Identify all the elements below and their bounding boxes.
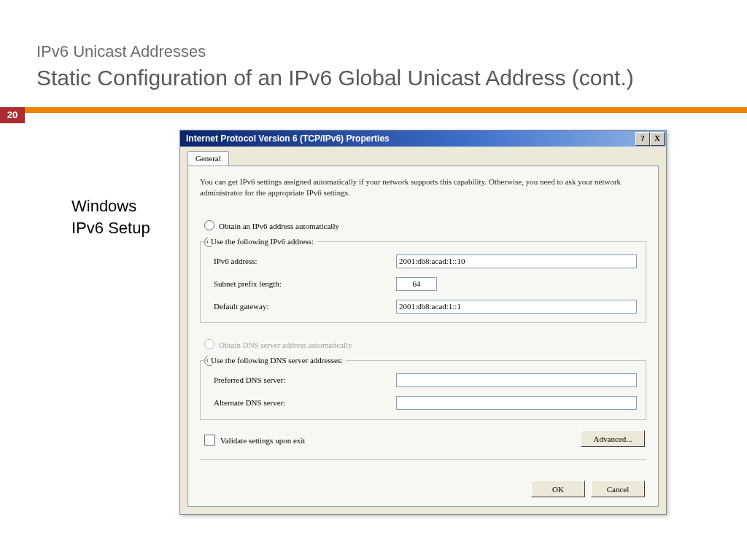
close-icon[interactable]: X: [650, 132, 665, 146]
slide-number-badge: 20: [0, 107, 25, 123]
row-prefix-length: Subnet prefix length:: [214, 276, 637, 291]
group-legend: Use the following DNS server addresses:: [208, 356, 346, 365]
cancel-button[interactable]: Cancel: [591, 481, 645, 497]
group-legend: Use the following IPv6 address:: [208, 237, 317, 246]
validate-label: Validate settings upon exit: [220, 436, 305, 445]
help-icon[interactable]: ?: [635, 132, 650, 146]
preferred-dns-input[interactable]: [396, 373, 637, 387]
slide-title: Static Configuration of an IPv6 Global U…: [36, 66, 634, 90]
row-default-gateway: Default gateway:: [214, 299, 637, 314]
radio-icon: [204, 220, 214, 230]
prefix-length-label: Subnet prefix length:: [214, 279, 396, 288]
footer-buttons: OK Cancel: [531, 481, 645, 497]
radio-label: Obtain DNS server address automatically: [219, 341, 352, 349]
ipv6-address-input[interactable]: [396, 254, 637, 268]
ok-button[interactable]: OK: [531, 481, 585, 497]
prefix-length-input[interactable]: [396, 277, 437, 291]
radio-obtain-auto[interactable]: Obtain an IPv6 address automatically: [204, 220, 339, 230]
row-preferred-dns: Preferred DNS server:: [214, 373, 637, 387]
gateway-label: Default gateway:: [214, 302, 396, 311]
caption-line-2: IPv6 Setup: [71, 219, 150, 238]
caption-line-1: Windows: [71, 197, 136, 216]
alternate-dns-input[interactable]: [396, 396, 637, 410]
radio-label: Obtain an IPv6 address automatically: [219, 222, 339, 230]
properties-window: Internet Protocol Version 6 (TCP/IPv6) P…: [179, 130, 667, 515]
row-ipv6-address: IPv6 address:: [214, 254, 637, 268]
separator: [200, 459, 646, 466]
alternate-dns-label: Alternate DNS server:: [214, 398, 396, 407]
client-area: General You can get IPv6 settings assign…: [183, 147, 663, 511]
window-title: Internet Protocol Version 6 (TCP/IPv6) P…: [183, 133, 390, 144]
tab-panel: You can get IPv6 settings assigned autom…: [187, 166, 659, 507]
preferred-dns-label: Preferred DNS server:: [214, 376, 396, 384]
radio-icon: [204, 339, 214, 349]
row-alternate-dns: Alternate DNS server:: [214, 395, 637, 410]
titlebar[interactable]: Internet Protocol Version 6 (TCP/IPv6) P…: [180, 131, 666, 147]
accent-bar: [25, 107, 747, 113]
advanced-button[interactable]: Advanced...: [581, 430, 645, 447]
slide-pretitle: IPv6 Unicast Addresses: [36, 42, 206, 61]
slide: IPv6 Unicast Addresses Static Configurat…: [0, 0, 747, 560]
ipv6-address-label: IPv6 address:: [214, 257, 396, 265]
validate-checkbox[interactable]: Validate settings upon exit: [204, 435, 305, 446]
gateway-input[interactable]: [396, 300, 637, 314]
description-text: You can get IPv6 settings assigned autom…: [200, 176, 646, 198]
checkbox-icon: [204, 435, 215, 446]
dns-group: Use the following DNS server addresses: …: [200, 360, 646, 420]
address-group: Use the following IPv6 address: IPv6 add…: [200, 241, 646, 323]
radio-obtain-dns-auto: Obtain DNS server address automatically: [204, 339, 352, 349]
